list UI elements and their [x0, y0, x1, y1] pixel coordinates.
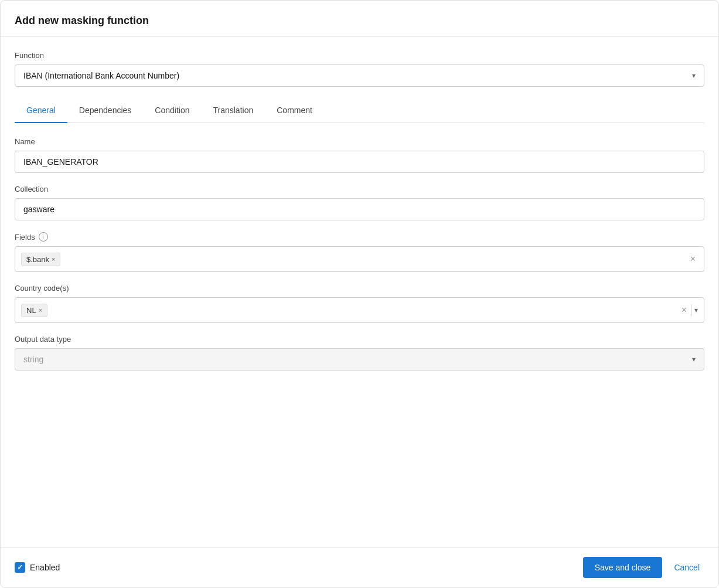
tab-comment[interactable]: Comment: [265, 98, 324, 123]
fields-field-group: Fields i $.bank × ×: [15, 232, 704, 272]
country-codes-label: Country code(s): [15, 284, 704, 293]
cancel-button[interactable]: Cancel: [669, 557, 704, 578]
function-select-value: IBAN (International Bank Account Number): [23, 71, 179, 80]
dialog: Add new masking function Function IBAN (…: [0, 0, 719, 588]
function-select[interactable]: IBAN (International Bank Account Number)…: [15, 64, 704, 87]
fields-tag-bank-label: $.bank: [26, 255, 49, 264]
country-codes-tag-nl: NL ×: [21, 304, 47, 317]
country-codes-tag-nl-label: NL: [26, 306, 36, 315]
country-codes-tag-input[interactable]: NL × × ▾: [15, 297, 704, 323]
tab-dependencies[interactable]: Dependencies: [67, 98, 144, 123]
enabled-section: Enabled: [15, 562, 60, 573]
tab-condition[interactable]: Condition: [143, 98, 201, 123]
country-codes-chevron-down-icon[interactable]: ▾: [694, 306, 698, 314]
footer-buttons: Save and close Cancel: [583, 557, 704, 578]
fields-tag-bank: $.bank ×: [21, 253, 60, 266]
country-codes-tag-nl-remove[interactable]: ×: [39, 307, 42, 314]
country-codes-clear-icon[interactable]: ×: [679, 305, 689, 315]
fields-label: Fields i: [15, 232, 704, 242]
country-codes-actions: × ▾: [679, 304, 698, 316]
function-label: Function: [15, 51, 704, 60]
collection-field-group: Collection: [15, 185, 704, 220]
function-field-group: Function IBAN (International Bank Accoun…: [15, 51, 704, 87]
tab-general[interactable]: General: [15, 98, 67, 123]
country-codes-tags-container: NL ×: [21, 304, 676, 317]
output-data-type-select: string ▾: [15, 348, 704, 371]
tab-translation[interactable]: Translation: [201, 98, 265, 123]
fields-clear-icon[interactable]: ×: [688, 254, 698, 264]
enabled-checkbox[interactable]: [15, 562, 25, 573]
function-chevron-down-icon: ▾: [692, 72, 696, 80]
save-and-close-button[interactable]: Save and close: [583, 557, 663, 578]
dialog-header: Add new masking function: [1, 1, 718, 37]
name-input[interactable]: [15, 151, 704, 173]
enabled-label: Enabled: [30, 563, 60, 572]
fields-tags-container: $.bank ×: [21, 253, 684, 266]
collection-label: Collection: [15, 185, 704, 193]
country-codes-field-group: Country code(s) NL × × ▾: [15, 284, 704, 323]
tabs-bar: General Dependencies Condition Translati…: [15, 98, 704, 123]
output-data-type-chevron-down-icon: ▾: [692, 355, 696, 363]
output-data-type-field-group: Output data type string ▾: [15, 335, 704, 371]
dialog-footer: Enabled Save and close Cancel: [1, 547, 718, 587]
country-codes-divider: [691, 304, 692, 316]
dialog-body: Function IBAN (International Bank Accoun…: [1, 37, 718, 547]
name-field-group: Name: [15, 137, 704, 173]
collection-input[interactable]: [15, 198, 704, 220]
fields-tag-input[interactable]: $.bank × ×: [15, 246, 704, 272]
output-data-type-label: Output data type: [15, 335, 704, 344]
output-data-type-value: string: [23, 355, 43, 364]
dialog-title: Add new masking function: [15, 15, 704, 27]
fields-tag-bank-remove[interactable]: ×: [52, 256, 55, 263]
fields-info-icon: i: [39, 232, 48, 242]
name-label: Name: [15, 137, 704, 146]
